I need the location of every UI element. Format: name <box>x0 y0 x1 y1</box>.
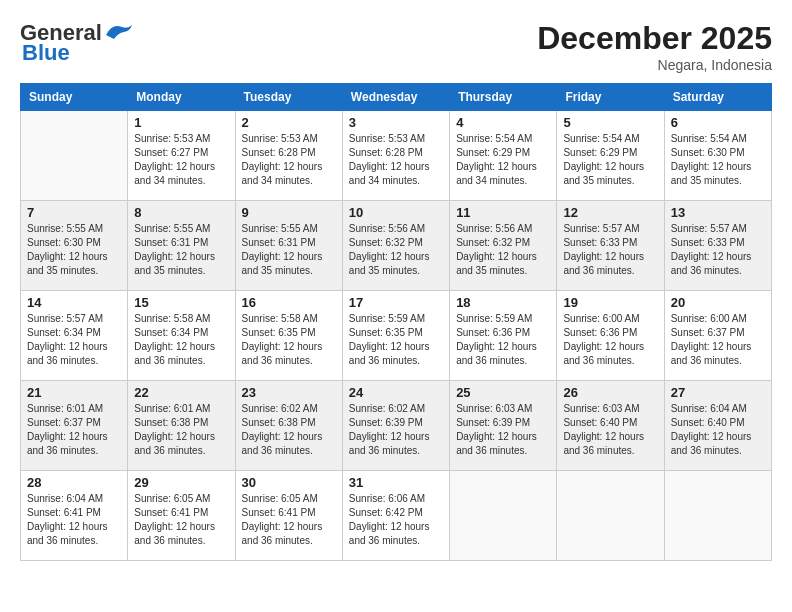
day-info: Sunrise: 6:04 AM Sunset: 6:40 PM Dayligh… <box>671 402 765 458</box>
day-info: Sunrise: 5:56 AM Sunset: 6:32 PM Dayligh… <box>456 222 550 278</box>
month-title: December 2025 <box>537 20 772 57</box>
day-number: 9 <box>242 205 336 220</box>
column-header-sunday: Sunday <box>21 84 128 111</box>
calendar-cell: 17Sunrise: 5:59 AM Sunset: 6:35 PM Dayli… <box>342 291 449 381</box>
calendar-cell <box>450 471 557 561</box>
day-number: 28 <box>27 475 121 490</box>
calendar-cell: 20Sunrise: 6:00 AM Sunset: 6:37 PM Dayli… <box>664 291 771 381</box>
calendar-cell: 24Sunrise: 6:02 AM Sunset: 6:39 PM Dayli… <box>342 381 449 471</box>
calendar-week-4: 21Sunrise: 6:01 AM Sunset: 6:37 PM Dayli… <box>21 381 772 471</box>
calendar-cell: 19Sunrise: 6:00 AM Sunset: 6:36 PM Dayli… <box>557 291 664 381</box>
day-number: 18 <box>456 295 550 310</box>
day-info: Sunrise: 5:55 AM Sunset: 6:30 PM Dayligh… <box>27 222 121 278</box>
logo-bird-icon <box>104 21 136 41</box>
day-number: 16 <box>242 295 336 310</box>
day-info: Sunrise: 5:57 AM Sunset: 6:33 PM Dayligh… <box>671 222 765 278</box>
day-info: Sunrise: 5:53 AM Sunset: 6:28 PM Dayligh… <box>349 132 443 188</box>
day-number: 23 <box>242 385 336 400</box>
calendar-cell: 15Sunrise: 5:58 AM Sunset: 6:34 PM Dayli… <box>128 291 235 381</box>
day-info: Sunrise: 5:58 AM Sunset: 6:35 PM Dayligh… <box>242 312 336 368</box>
day-number: 25 <box>456 385 550 400</box>
day-number: 14 <box>27 295 121 310</box>
day-info: Sunrise: 6:05 AM Sunset: 6:41 PM Dayligh… <box>242 492 336 548</box>
day-info: Sunrise: 6:02 AM Sunset: 6:38 PM Dayligh… <box>242 402 336 458</box>
day-info: Sunrise: 5:59 AM Sunset: 6:36 PM Dayligh… <box>456 312 550 368</box>
calendar-cell: 31Sunrise: 6:06 AM Sunset: 6:42 PM Dayli… <box>342 471 449 561</box>
calendar-cell: 8Sunrise: 5:55 AM Sunset: 6:31 PM Daylig… <box>128 201 235 291</box>
calendar-cell: 3Sunrise: 5:53 AM Sunset: 6:28 PM Daylig… <box>342 111 449 201</box>
calendar-cell: 16Sunrise: 5:58 AM Sunset: 6:35 PM Dayli… <box>235 291 342 381</box>
calendar-week-3: 14Sunrise: 5:57 AM Sunset: 6:34 PM Dayli… <box>21 291 772 381</box>
calendar-cell: 30Sunrise: 6:05 AM Sunset: 6:41 PM Dayli… <box>235 471 342 561</box>
calendar-cell <box>21 111 128 201</box>
day-number: 29 <box>134 475 228 490</box>
day-info: Sunrise: 6:03 AM Sunset: 6:40 PM Dayligh… <box>563 402 657 458</box>
day-number: 15 <box>134 295 228 310</box>
day-info: Sunrise: 6:00 AM Sunset: 6:37 PM Dayligh… <box>671 312 765 368</box>
calendar-cell: 25Sunrise: 6:03 AM Sunset: 6:39 PM Dayli… <box>450 381 557 471</box>
day-number: 3 <box>349 115 443 130</box>
day-info: Sunrise: 5:54 AM Sunset: 6:29 PM Dayligh… <box>456 132 550 188</box>
day-number: 5 <box>563 115 657 130</box>
day-number: 6 <box>671 115 765 130</box>
calendar-cell: 9Sunrise: 5:55 AM Sunset: 6:31 PM Daylig… <box>235 201 342 291</box>
calendar-week-1: 1Sunrise: 5:53 AM Sunset: 6:27 PM Daylig… <box>21 111 772 201</box>
day-info: Sunrise: 5:58 AM Sunset: 6:34 PM Dayligh… <box>134 312 228 368</box>
column-header-saturday: Saturday <box>664 84 771 111</box>
title-block: December 2025 Negara, Indonesia <box>537 20 772 73</box>
day-number: 2 <box>242 115 336 130</box>
column-header-tuesday: Tuesday <box>235 84 342 111</box>
day-info: Sunrise: 5:53 AM Sunset: 6:28 PM Dayligh… <box>242 132 336 188</box>
calendar-cell: 18Sunrise: 5:59 AM Sunset: 6:36 PM Dayli… <box>450 291 557 381</box>
logo-blue: Blue <box>22 40 70 66</box>
calendar-week-2: 7Sunrise: 5:55 AM Sunset: 6:30 PM Daylig… <box>21 201 772 291</box>
calendar-table: SundayMondayTuesdayWednesdayThursdayFrid… <box>20 83 772 561</box>
day-number: 12 <box>563 205 657 220</box>
day-info: Sunrise: 5:59 AM Sunset: 6:35 PM Dayligh… <box>349 312 443 368</box>
calendar-cell: 10Sunrise: 5:56 AM Sunset: 6:32 PM Dayli… <box>342 201 449 291</box>
location-subtitle: Negara, Indonesia <box>537 57 772 73</box>
day-info: Sunrise: 5:55 AM Sunset: 6:31 PM Dayligh… <box>134 222 228 278</box>
day-info: Sunrise: 5:54 AM Sunset: 6:30 PM Dayligh… <box>671 132 765 188</box>
day-number: 1 <box>134 115 228 130</box>
page-header: General Blue December 2025 Negara, Indon… <box>20 20 772 73</box>
calendar-cell: 6Sunrise: 5:54 AM Sunset: 6:30 PM Daylig… <box>664 111 771 201</box>
calendar-cell: 11Sunrise: 5:56 AM Sunset: 6:32 PM Dayli… <box>450 201 557 291</box>
column-header-friday: Friday <box>557 84 664 111</box>
day-number: 26 <box>563 385 657 400</box>
logo: General Blue <box>20 20 136 66</box>
day-info: Sunrise: 6:02 AM Sunset: 6:39 PM Dayligh… <box>349 402 443 458</box>
day-number: 17 <box>349 295 443 310</box>
calendar-cell: 21Sunrise: 6:01 AM Sunset: 6:37 PM Dayli… <box>21 381 128 471</box>
day-info: Sunrise: 5:57 AM Sunset: 6:34 PM Dayligh… <box>27 312 121 368</box>
calendar-cell: 2Sunrise: 5:53 AM Sunset: 6:28 PM Daylig… <box>235 111 342 201</box>
calendar-cell: 4Sunrise: 5:54 AM Sunset: 6:29 PM Daylig… <box>450 111 557 201</box>
column-header-thursday: Thursday <box>450 84 557 111</box>
day-number: 13 <box>671 205 765 220</box>
day-info: Sunrise: 6:06 AM Sunset: 6:42 PM Dayligh… <box>349 492 443 548</box>
column-header-monday: Monday <box>128 84 235 111</box>
calendar-cell <box>664 471 771 561</box>
day-info: Sunrise: 6:05 AM Sunset: 6:41 PM Dayligh… <box>134 492 228 548</box>
calendar-cell: 23Sunrise: 6:02 AM Sunset: 6:38 PM Dayli… <box>235 381 342 471</box>
calendar-cell: 26Sunrise: 6:03 AM Sunset: 6:40 PM Dayli… <box>557 381 664 471</box>
day-number: 11 <box>456 205 550 220</box>
calendar-cell: 22Sunrise: 6:01 AM Sunset: 6:38 PM Dayli… <box>128 381 235 471</box>
day-number: 27 <box>671 385 765 400</box>
column-header-wednesday: Wednesday <box>342 84 449 111</box>
calendar-cell: 12Sunrise: 5:57 AM Sunset: 6:33 PM Dayli… <box>557 201 664 291</box>
calendar-cell: 13Sunrise: 5:57 AM Sunset: 6:33 PM Dayli… <box>664 201 771 291</box>
day-number: 19 <box>563 295 657 310</box>
day-number: 24 <box>349 385 443 400</box>
day-number: 4 <box>456 115 550 130</box>
day-info: Sunrise: 5:55 AM Sunset: 6:31 PM Dayligh… <box>242 222 336 278</box>
calendar-cell: 27Sunrise: 6:04 AM Sunset: 6:40 PM Dayli… <box>664 381 771 471</box>
day-info: Sunrise: 5:53 AM Sunset: 6:27 PM Dayligh… <box>134 132 228 188</box>
day-number: 7 <box>27 205 121 220</box>
day-info: Sunrise: 6:04 AM Sunset: 6:41 PM Dayligh… <box>27 492 121 548</box>
calendar-cell: 28Sunrise: 6:04 AM Sunset: 6:41 PM Dayli… <box>21 471 128 561</box>
day-info: Sunrise: 6:01 AM Sunset: 6:37 PM Dayligh… <box>27 402 121 458</box>
day-number: 8 <box>134 205 228 220</box>
calendar-cell: 1Sunrise: 5:53 AM Sunset: 6:27 PM Daylig… <box>128 111 235 201</box>
day-info: Sunrise: 5:54 AM Sunset: 6:29 PM Dayligh… <box>563 132 657 188</box>
